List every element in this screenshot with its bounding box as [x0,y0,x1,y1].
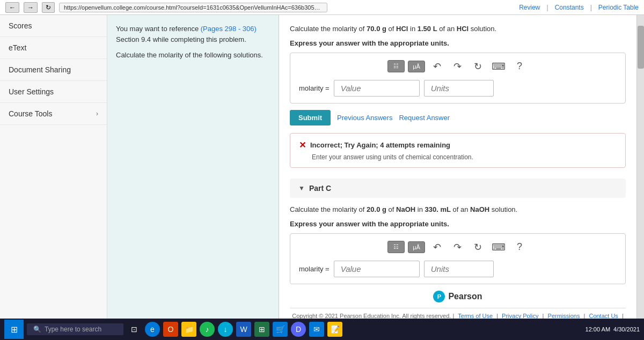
search-icon: 🔍 [33,326,41,333]
mu-btn-c[interactable]: μÅ [408,241,425,253]
redo-btn-c[interactable]: ↷ [449,240,466,254]
edge-icon[interactable]: e [145,322,160,337]
search-placeholder: Type here to search [45,326,101,333]
undo-btn[interactable]: ↶ [428,60,445,73]
previous-answers-link[interactable]: Previous Answers [337,114,392,122]
sidebar-item-document-sharing[interactable]: Document Sharing [0,59,107,81]
part-b-answer-box: ☷ μÅ ↶ ↷ ↻ ⌨ ? molarity = [290,53,626,104]
taskbar-left: ⊞ 🔍 Type here to search ⊡ e O 📁 ♪ ↓ W ⊞ … [4,320,342,339]
sidebar-item-course-tools[interactable]: Course Tools › [0,103,107,125]
sidebar-label-scores: Scores [9,21,32,30]
refresh-button[interactable]: ↻ [42,2,55,13]
main-layout: Scores eText Document Sharing User Setti… [0,15,644,319]
privacy-link[interactable]: Privacy Policy [502,313,538,319]
express-label-c: Express your answer with the appropriate… [290,220,626,228]
sidebar: Scores eText Document Sharing User Setti… [0,15,107,319]
reset-btn[interactable]: ↻ [469,60,486,73]
redo-btn[interactable]: ↷ [449,60,466,73]
permissions-link[interactable]: Permissions [548,313,580,319]
part-c-section: ▼ Part C [290,179,626,198]
error-x-icon: ✕ [299,140,306,150]
hint-panel: You may want to reference (Pages 298 - 3… [107,15,279,319]
keyboard-btn-c[interactable]: ⌨ [489,240,508,254]
separator2: | [590,4,592,11]
sidebar-label-etext: eText [9,43,26,52]
sidebar-item-etext[interactable]: eText [0,37,107,59]
taskbar-search-bar[interactable]: 🔍 Type here to search [27,323,123,335]
sidebar-label-course-tools: Course Tools [9,109,52,118]
hint-link[interactable]: (Pages 298 - 306) [201,25,257,33]
action-row-b: Submit Previous Answers Request Answer [290,110,626,125]
review-link[interactable]: Review [519,4,540,11]
units-input-c[interactable] [424,261,494,277]
value-input-b[interactable] [334,80,420,97]
office-icon[interactable]: O [163,322,178,337]
sidebar-item-user-settings[interactable]: User Settings [0,81,107,103]
molarity-label-b: molarity = [299,84,330,92]
contact-link[interactable]: Contact Us [589,313,618,319]
value-input-c[interactable] [334,261,420,277]
sidebar-item-scores[interactable]: Scores [0,15,107,37]
chevron-right-icon: › [96,110,98,117]
molarity-row-c: molarity = [299,261,617,277]
hint-reference: You may want to reference (Pages 298 - 3… [116,24,270,45]
forward-button[interactable]: → [24,2,38,13]
folder-icon[interactable]: 📁 [181,322,196,337]
footer: Copyright © 2021 Pearson Education Inc. … [290,308,626,319]
part-c-header: ▼ Part C [298,184,617,193]
undo-btn-c[interactable]: ↶ [428,240,445,254]
sidebar-label-document-sharing: Document Sharing [9,65,71,74]
back-button[interactable]: ← [5,2,19,13]
pearson-text: Pearson [448,292,482,301]
periodic-table-link[interactable]: Periodic Table [598,4,639,11]
help-btn-c[interactable]: ? [511,240,528,254]
separator1: | [547,4,548,11]
toolbar-b: ☷ μÅ ↶ ↷ ↻ ⌨ ? [299,60,617,73]
mail-icon[interactable]: ✉ [309,322,324,337]
reset-btn-c[interactable]: ↻ [469,240,486,254]
part-c-label: Part C [309,184,331,193]
scroll-thumb[interactable] [638,26,644,69]
error-msg: Enter your answer using units of chemica… [312,153,617,161]
molarity-row-b: molarity = [299,80,617,97]
question-area: Calculate the molarity of 70.0 g of HCl … [279,15,636,319]
scrollbar[interactable] [636,15,644,319]
start-button[interactable]: ⊞ [4,320,24,339]
spotify-icon[interactable]: ♪ [200,322,215,337]
url-bar[interactable]: https://openvellum.college.com/course.ht… [59,3,327,12]
browser-nav: ← → ↻ https://openvellum.college.com/cou… [5,2,327,13]
notes-icon[interactable]: 📝 [327,322,342,337]
express-label-b: Express your answer with the appropriate… [290,39,626,47]
store-icon[interactable]: 🛒 [273,322,288,337]
error-header: ✕ Incorrect; Try Again; 4 attempts remai… [299,140,617,150]
mu-btn[interactable]: μÅ [408,61,425,72]
units-input-b[interactable] [424,80,494,97]
grid-icon-btn-c[interactable]: ☷ [387,241,405,253]
discord-icon[interactable]: D [291,322,306,337]
files-icon[interactable]: ↓ [218,322,233,337]
error-box: ✕ Incorrect; Try Again; 4 attempts remai… [290,133,626,168]
constants-link[interactable]: Constants [555,4,584,11]
part-b-question: Calculate the molarity of 70.0 g of HCl … [290,24,626,35]
submit-button-b[interactable]: Submit [290,110,331,125]
taskbar-right: 12:00 AM 4/30/2021 [586,326,640,332]
expand-arrow-icon[interactable]: ▼ [298,184,305,192]
keyboard-btn[interactable]: ⌨ [489,60,508,73]
request-answer-link[interactable]: Request Answer [399,114,450,122]
top-links: Review | Constants | Periodic Table [519,4,639,11]
terms-link[interactable]: Terms of Use [458,313,493,319]
part-c-question: Calculate the molarity of 20.0 g of NaOH… [290,204,626,216]
error-title: Incorrect; Try Again; 4 attempts remaini… [310,141,450,149]
toolbar-c: ☷ μÅ ↶ ↷ ↻ ⌨ ? [299,240,617,254]
task-view-btn[interactable]: ⊡ [127,322,142,337]
sidebar-label-user-settings: User Settings [9,87,54,96]
calc-icon[interactable]: ⊞ [254,322,269,337]
pearson-logo: P Pearson [290,291,626,302]
help-btn[interactable]: ? [511,60,528,73]
molarity-label-c: molarity = [299,265,330,273]
word-icon[interactable]: W [236,322,251,337]
taskbar-date: 4/30/2021 [613,326,640,332]
grid-icon-btn[interactable]: ☷ [387,60,405,72]
pearson-circle-icon: P [433,291,445,302]
content-area: You may want to reference (Pages 298 - 3… [107,15,644,319]
